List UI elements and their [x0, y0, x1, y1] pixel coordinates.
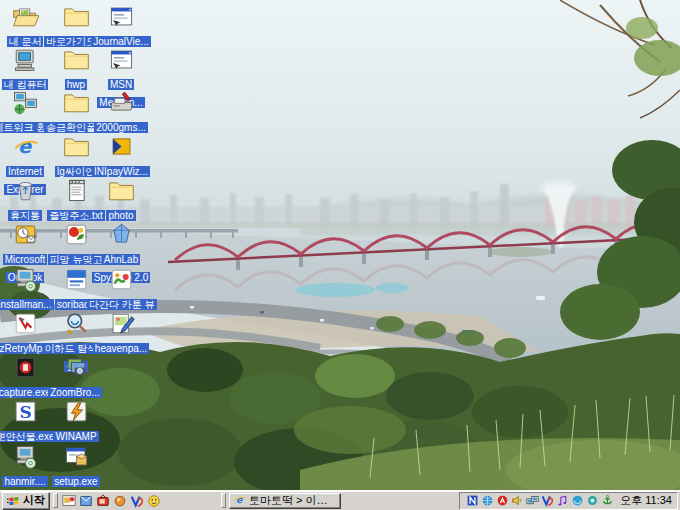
- s-letter-app-icon: S: [12, 398, 39, 425]
- game-tile-icon: [63, 221, 90, 248]
- folder-icon: [63, 3, 90, 30]
- toolbar-grip[interactable]: [53, 493, 58, 508]
- quick-launch-image-viewer-icon[interactable]: [61, 493, 77, 509]
- start-label: 시작: [23, 493, 45, 508]
- desktop-icon-setup-exe[interactable]: setup.exe: [42, 443, 110, 489]
- recycle-bin-icon: [12, 177, 39, 204]
- network-icon: [12, 89, 39, 116]
- spyzero-gem-icon: [108, 221, 135, 248]
- toolbar-grip[interactable]: [221, 493, 226, 508]
- tray-blue-globe-icon[interactable]: [570, 494, 584, 508]
- desktop-icon-label: WINAMP: [42, 426, 110, 444]
- zoombrowser-icon: [63, 354, 90, 381]
- inipay-icon: [108, 133, 135, 160]
- tray-volume-icon[interactable]: [510, 494, 524, 508]
- app-window-icon: [108, 46, 135, 73]
- app-window-icon: [108, 3, 135, 30]
- svg-text:S: S: [19, 402, 31, 422]
- installer-computer-icon: [12, 443, 39, 470]
- fax-machine-icon: [108, 89, 135, 116]
- outlook-icon: [12, 221, 39, 248]
- tray-music-note-icon[interactable]: [555, 494, 569, 508]
- quick-launch-mail-icon[interactable]: [78, 493, 94, 509]
- folder-icon: [108, 177, 135, 204]
- quick-launch-smiley-icon[interactable]: [146, 493, 162, 509]
- my-computer-icon: [12, 46, 39, 73]
- tray-red-a-icon[interactable]: [495, 494, 509, 508]
- tray-v3-icon[interactable]: [540, 494, 554, 508]
- soribada-icon: [63, 266, 90, 293]
- svg-text:e: e: [18, 135, 33, 158]
- scribble-app-icon: [12, 310, 39, 337]
- desktop-icon-label: setup.exe: [42, 471, 110, 489]
- task-button-label: 토마토떡 > 이미지방 1...: [249, 493, 337, 508]
- quick-launch-v3-icon[interactable]: [129, 493, 145, 509]
- desktop-icon-photo-folder[interactable]: photo: [87, 177, 155, 223]
- desktop-area: 내 문서바로가기모음JournalVie...내 컴퓨터hwpMSN Messe…: [0, 0, 680, 490]
- taskbar-clock[interactable]: 오후 11:34: [615, 493, 672, 508]
- setup-package-icon: [63, 443, 90, 470]
- desktop-screen: 내 문서바로가기모음JournalVie...내 컴퓨터hwpMSN Messe…: [0, 0, 680, 510]
- tray-n-app-icon[interactable]: [465, 494, 479, 508]
- quick-launch-bar: [61, 493, 162, 509]
- cartoon-viewer-icon: [108, 266, 135, 293]
- desktop-icon-2000gms[interactable]: 2000gms...: [87, 89, 155, 135]
- magnifier-icon: [63, 310, 90, 337]
- my-documents-folder-icon: [12, 3, 39, 30]
- tray-globe-icon[interactable]: [480, 494, 494, 508]
- tray-network-icon[interactable]: [525, 494, 539, 508]
- desktop-icon-journal-viewer[interactable]: JournalVie...: [87, 3, 155, 49]
- winamp-lightning-icon: [63, 398, 90, 425]
- quick-launch-tv-icon[interactable]: [95, 493, 111, 509]
- quick-launch-orange-ball-icon[interactable]: [112, 493, 128, 509]
- system-tray: 오후 11:34: [459, 492, 678, 510]
- desktop-icon-inipay-wizard[interactable]: INIpayWiz...: [87, 133, 155, 179]
- start-button[interactable]: 시작: [2, 492, 50, 510]
- internet-explorer-icon: e: [12, 133, 39, 160]
- tray-icon-strip: [465, 494, 614, 508]
- internet-explorer-icon: e: [233, 493, 246, 508]
- paint-pencil-icon: [108, 310, 135, 337]
- tray-anchor-icon[interactable]: [600, 494, 614, 508]
- task-button[interactable]: e토마토떡 > 이미지방 1...: [229, 493, 341, 509]
- desktop-icon-winamp[interactable]: WINAMP: [42, 398, 110, 444]
- folder-icon: [63, 46, 90, 73]
- folder-icon: [63, 89, 90, 116]
- task-button-area: e토마토떡 > 이미지방 1...: [229, 493, 341, 509]
- svg-text:e: e: [236, 494, 243, 505]
- tray-teal-ring-icon[interactable]: [585, 494, 599, 508]
- folder-icon: [63, 133, 90, 160]
- text-file-icon: [63, 177, 90, 204]
- windows-flag-icon: [7, 495, 20, 507]
- installer-computer-icon: [12, 266, 39, 293]
- desktop-icon-heavenpa[interactable]: heavenpa...: [87, 310, 155, 356]
- ahn-capture-icon: [12, 354, 39, 381]
- taskbar: 시작 e토마토떡 > 이미지방 1... 오후 11:34: [0, 490, 680, 510]
